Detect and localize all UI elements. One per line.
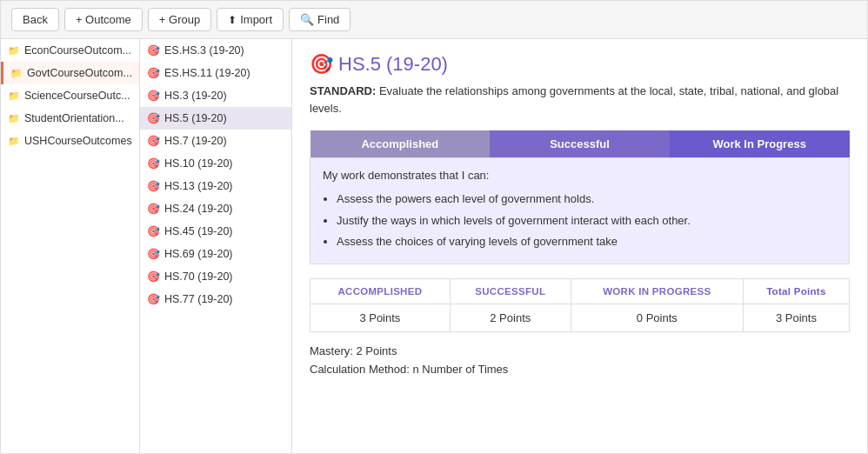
standard-item-hs70[interactable]: 🎯 HS.70 (19-20): [140, 265, 291, 288]
folder-item-ush[interactable]: 📁 USHCourseOutcomes: [1, 130, 139, 152]
folder-icon: 📁: [10, 68, 23, 79]
back-button[interactable]: Back: [11, 8, 59, 31]
standard-item-hs69[interactable]: 🎯 HS.69 (19-20): [140, 243, 291, 265]
standard-item-label: HS.5 (19-20): [164, 112, 227, 124]
folder-item-label: GovtCourseOutcom...: [27, 67, 132, 79]
standard-item-hs5[interactable]: 🎯 HS.5 (19-20): [140, 107, 291, 130]
standard-icon: 🎯: [147, 293, 160, 305]
standard-item-hs3[interactable]: 🎯 HS.3 (19-20): [140, 84, 291, 107]
folder-item-label: USHCourseOutcomes: [24, 135, 132, 147]
standard-item-label: HS.70 (19-20): [164, 270, 233, 283]
standard-item-label: HS.13 (19-20): [164, 180, 233, 192]
folder-item-govt[interactable]: 📁 GovtCourseOutcom...: [1, 62, 139, 84]
standards-list: 🎯 ES.HS.3 (19-20) 🎯 ES.HS.11 (19-20) 🎯 H…: [140, 39, 292, 453]
standard-item-label: HS.3 (19-20): [164, 90, 227, 102]
calc-text: Calculation Method: n Number of Times: [310, 363, 850, 376]
title-icon: 🎯: [310, 53, 333, 76]
standard-prefix: STANDARD:: [310, 84, 376, 97]
standard-item-hs45[interactable]: 🎯 HS.45 (19-20): [140, 220, 291, 243]
standard-item-label: ES.HS.3 (19-20): [164, 44, 244, 57]
points-header-successful: SUCCESSFUL: [450, 279, 571, 304]
detail-standard: STANDARD: Evaluate the relationships amo…: [310, 83, 850, 117]
folder-icon: 📁: [8, 113, 20, 124]
standard-icon: 🎯: [147, 44, 160, 57]
folder-item-econ[interactable]: 📁 EconCourseOutcom...: [1, 39, 139, 62]
group-button[interactable]: + Group: [148, 8, 211, 31]
points-table: ACCOMPLISHED SUCCESSFUL WORK IN PROGRESS…: [310, 278, 850, 332]
points-header-wip: WORK IN PROGRESS: [571, 279, 743, 304]
toolbar: Back + Outcome + Group ⬆ Import 🔍 Find: [1, 1, 867, 39]
standard-item-label: HS.10 (19-20): [164, 157, 233, 170]
rubric-header-wip: Work In Progress: [670, 130, 850, 158]
find-label: Find: [317, 13, 339, 26]
rubric-bullet-1: Assess the powers each level of governme…: [337, 190, 837, 209]
find-icon: 🔍: [300, 13, 314, 26]
outcome-button[interactable]: + Outcome: [64, 8, 143, 31]
title-text: HS.5 (19-20): [338, 53, 448, 76]
standard-icon: 🎯: [147, 248, 160, 260]
points-value-successful: 2 Points: [450, 304, 571, 332]
standard-item-label: ES.HS.11 (19-20): [164, 67, 250, 79]
points-value-accomplished: 3 Points: [310, 304, 451, 332]
rubric-intro: My work demonstrates that I can:: [323, 167, 837, 185]
standard-item-es-hs11[interactable]: 🎯 ES.HS.11 (19-20): [140, 62, 291, 84]
calc-label: Calculation Method:: [310, 363, 410, 376]
folder-item-label: StudentOrientation...: [24, 112, 124, 124]
standard-icon: 🎯: [147, 270, 160, 283]
standard-icon: 🎯: [147, 67, 160, 79]
rubric-header-successful: Successful: [490, 130, 670, 158]
folder-item-label: EconCourseOutcom...: [24, 44, 131, 57]
import-button[interactable]: ⬆ Import: [217, 8, 284, 31]
standard-item-label: HS.45 (19-20): [164, 225, 233, 237]
standard-item-label: HS.24 (19-20): [164, 203, 233, 215]
standard-icon: 🎯: [147, 157, 160, 170]
find-button[interactable]: 🔍 Find: [289, 8, 351, 31]
rubric-table: Accomplished Successful Work In Progress…: [310, 130, 850, 264]
back-label: Back: [23, 13, 48, 26]
points-value-wip: 0 Points: [571, 304, 743, 332]
outcome-label: + Outcome: [76, 13, 131, 26]
rubric-content: My work demonstrates that I can: Assess …: [310, 158, 849, 264]
standard-item-label: HS.69 (19-20): [164, 248, 233, 260]
standard-item-hs13[interactable]: 🎯 HS.13 (19-20): [140, 175, 291, 197]
standard-item-hs77[interactable]: 🎯 HS.77 (19-20): [140, 288, 291, 310]
rubric-bullets: Assess the powers each level of governme…: [337, 190, 837, 251]
folder-icon: 📁: [8, 45, 20, 57]
main-content: 📁 EconCourseOutcom... 📁 GovtCourseOutcom…: [1, 39, 867, 453]
rubric-bullet-3: Assess the choices of varying levels of …: [337, 233, 837, 251]
standard-icon: 🎯: [147, 90, 160, 102]
import-icon: ⬆: [228, 14, 237, 26]
standard-item-label: HS.7 (19-20): [164, 135, 227, 147]
mastery-label: Mastery:: [310, 344, 353, 357]
detail-title: 🎯 HS.5 (19-20): [310, 53, 850, 76]
folder-item-label: ScienceCourseOutc...: [24, 90, 130, 102]
folder-icon: 📁: [8, 136, 20, 147]
points-header-total: Total Points: [743, 279, 849, 304]
standard-text: Evaluate the relationships among governm…: [310, 84, 838, 115]
mastery-value: 2 Points: [356, 344, 397, 357]
standard-icon: 🎯: [147, 180, 160, 192]
points-header-accomplished: ACCOMPLISHED: [310, 279, 451, 304]
points-value-total: 3 Points: [743, 304, 849, 332]
standard-item-hs7[interactable]: 🎯 HS.7 (19-20): [140, 130, 291, 152]
standard-item-hs10[interactable]: 🎯 HS.10 (19-20): [140, 152, 291, 175]
calc-value: n Number of Times: [413, 363, 509, 376]
folder-item-student[interactable]: 📁 StudentOrientation...: [1, 107, 139, 130]
standard-icon: 🎯: [147, 135, 160, 147]
standard-icon: 🎯: [147, 203, 160, 215]
standard-item-label: HS.77 (19-20): [164, 293, 233, 305]
rubric-header-accomplished: Accomplished: [310, 130, 491, 158]
group-label: + Group: [159, 13, 200, 26]
standard-icon: 🎯: [147, 225, 160, 237]
standard-item-hs24[interactable]: 🎯 HS.24 (19-20): [140, 197, 291, 220]
import-label: Import: [240, 13, 272, 26]
rubric-bullet-2: Justify the ways in which levels of gove…: [337, 212, 837, 230]
detail-panel: 🎯 HS.5 (19-20) STANDARD: Evaluate the re…: [292, 39, 867, 453]
folder-icon: 📁: [8, 90, 20, 102]
standard-icon: 🎯: [147, 112, 160, 124]
mastery-text: Mastery: 2 Points: [310, 344, 850, 357]
folder-list: 📁 EconCourseOutcom... 📁 GovtCourseOutcom…: [1, 39, 140, 453]
rubric-content-cell: My work demonstrates that I can: Assess …: [310, 158, 850, 264]
folder-item-science[interactable]: 📁 ScienceCourseOutc...: [1, 84, 139, 107]
standard-item-es-hs3[interactable]: 🎯 ES.HS.3 (19-20): [140, 39, 291, 62]
